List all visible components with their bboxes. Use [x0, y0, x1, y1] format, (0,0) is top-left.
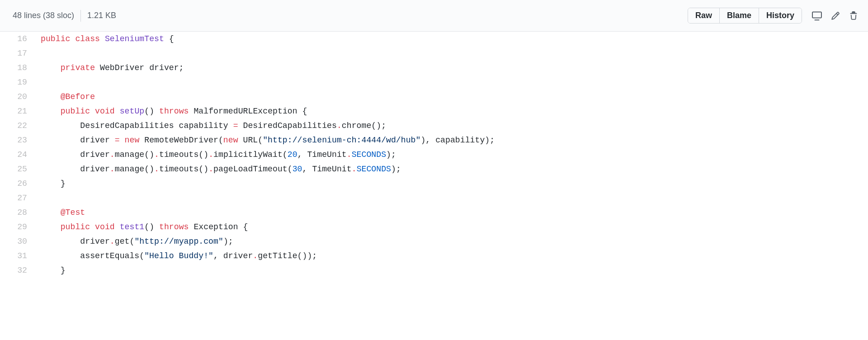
code-line[interactable]: }: [33, 263, 868, 278]
code-row: 26 }: [0, 176, 868, 191]
trash-icon[interactable]: [844, 9, 863, 23]
raw-button[interactable]: Raw: [688, 8, 720, 23]
code-line[interactable]: driver.get("http://myapp.com");: [33, 234, 868, 249]
code-row: 18 private WebDriver driver;: [0, 61, 868, 75]
code-line[interactable]: driver.manage().timeouts().pageLoadTimeo…: [33, 162, 868, 176]
code-line[interactable]: [33, 191, 868, 205]
code-line[interactable]: }: [33, 176, 868, 191]
code-line[interactable]: public void test1() throws Exception {: [33, 220, 868, 234]
code-row: 21 public void setUp() throws MalformedU…: [0, 104, 868, 118]
pencil-icon[interactable]: [826, 9, 844, 23]
file-info: 48 lines (38 sloc) 1.21 KB: [5, 10, 123, 22]
line-number[interactable]: 31: [0, 249, 33, 263]
code-line[interactable]: assertEquals("Hello Buddy!", driver.getT…: [33, 249, 868, 263]
button-group: Raw Blame History: [688, 8, 802, 24]
file-header: 48 lines (38 sloc) 1.21 KB Raw Blame His…: [0, 0, 868, 32]
code-line[interactable]: driver.manage().timeouts().implicitlyWai…: [33, 147, 868, 162]
code-line[interactable]: private WebDriver driver;: [33, 61, 868, 75]
code-row: 20 @Before: [0, 90, 868, 104]
line-number[interactable]: 25: [0, 162, 33, 176]
line-number[interactable]: 24: [0, 147, 33, 162]
code-row: 31 assertEquals("Hello Buddy!", driver.g…: [0, 249, 868, 263]
line-number[interactable]: 27: [0, 191, 33, 205]
code-line[interactable]: driver = new RemoteWebDriver(new URL("ht…: [33, 133, 868, 147]
line-number[interactable]: 30: [0, 234, 33, 249]
line-number[interactable]: 18: [0, 61, 33, 75]
code-row: 29 public void test1() throws Exception …: [0, 220, 868, 234]
code-line[interactable]: public class SeleniumTest {: [33, 32, 868, 46]
line-number[interactable]: 16: [0, 32, 33, 46]
code-line[interactable]: [33, 75, 868, 90]
history-button[interactable]: History: [759, 8, 802, 23]
line-number[interactable]: 22: [0, 118, 33, 133]
code-row: 16public class SeleniumTest {: [0, 32, 868, 46]
line-number[interactable]: 23: [0, 133, 33, 147]
code-row: 24 driver.manage().timeouts().implicitly…: [0, 147, 868, 162]
code-row: 17: [0, 46, 868, 61]
code-row: 19: [0, 75, 868, 90]
line-number[interactable]: 26: [0, 176, 33, 191]
desktop-icon[interactable]: [807, 8, 826, 24]
line-number[interactable]: 28: [0, 205, 33, 220]
blame-button[interactable]: Blame: [720, 8, 759, 23]
code-row: 22 DesiredCapabilities capability = Desi…: [0, 118, 868, 133]
code-row: 25 driver.manage().timeouts().pageLoadTi…: [0, 162, 868, 176]
line-number[interactable]: 19: [0, 75, 33, 90]
code-table: 16public class SeleniumTest {17 18 priva…: [0, 32, 868, 278]
code-line[interactable]: [33, 46, 868, 61]
code-line[interactable]: @Before: [33, 90, 868, 104]
line-number[interactable]: 21: [0, 104, 33, 118]
code-row: 28 @Test: [0, 205, 868, 220]
line-number[interactable]: 29: [0, 220, 33, 234]
line-number[interactable]: 32: [0, 263, 33, 278]
line-number[interactable]: 20: [0, 90, 33, 104]
line-number[interactable]: 17: [0, 46, 33, 61]
code-row: 27: [0, 191, 868, 205]
code-row: 30 driver.get("http://myapp.com");: [0, 234, 868, 249]
code-line[interactable]: DesiredCapabilities capability = Desired…: [33, 118, 868, 133]
file-actions: Raw Blame History: [688, 8, 863, 24]
code-row: 23 driver = new RemoteWebDriver(new URL(…: [0, 133, 868, 147]
code-body: 16public class SeleniumTest {17 18 priva…: [0, 32, 868, 278]
file-size: 1.21 KB: [81, 11, 123, 20]
icon-actions: [807, 8, 863, 24]
code-line[interactable]: public void setUp() throws MalformedURLE…: [33, 104, 868, 118]
lines-count: 48 lines (38 sloc): [5, 11, 80, 20]
code-line[interactable]: @Test: [33, 205, 868, 220]
code-row: 32 }: [0, 263, 868, 278]
